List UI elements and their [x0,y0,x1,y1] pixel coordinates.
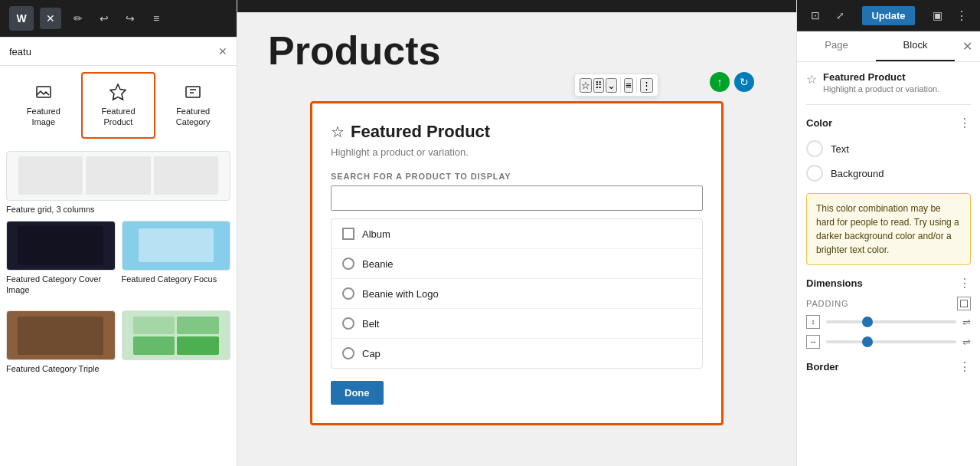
pattern-grid-3col-image [6,151,230,201]
padding-label: PADDING [806,299,848,308]
color-text-circle [806,140,823,157]
product-beanie[interactable]: Beanie [332,249,702,279]
pattern-cat-focus[interactable]: Featured Category Focus [122,221,231,296]
padding-slider-horizontal[interactable] [826,340,956,343]
external-link-icon[interactable]: ⤢ [829,5,851,26]
pattern-extra[interactable] [122,310,231,374]
border-more-icon[interactable]: ⋮ [959,359,971,374]
block-toolbar: ☆ ⠿ ⌄ ≡ ⋮ [574,74,658,97]
featured-product-block-icon [109,83,127,101]
pattern-cat-focus-image [122,221,231,271]
list-view-icon[interactable]: ≡ [145,8,167,29]
color-bg-option[interactable]: Background [806,161,971,185]
page-title: Products [253,28,781,74]
svg-rect-2 [186,87,200,97]
product-list: Album Beanie Beanie with Logo Belt Cap [331,218,703,369]
more-menu-icon[interactable]: ⋮ [951,5,972,26]
canvas-scroll: Products ☆ ⠿ ⌄ ≡ ⋮ ↑ ↻ ☆ Featured Produc… [237,12,796,466]
block-info-section: ☆ Featured Product Highlight a product o… [806,71,971,105]
dimensions-header: Dimensions ⋮ [806,276,971,290]
block-toolbar-more[interactable]: ⋮ [640,78,653,93]
product-beanie-logo[interactable]: Beanie with Logo [332,279,702,309]
dimensions-section: Dimensions ⋮ PADDING □ ↕ ⇌ ↔ ⇌ [806,276,971,349]
main-canvas: Products ☆ ⠿ ⌄ ≡ ⋮ ↑ ↻ ☆ Featured Produc… [237,0,796,466]
pattern-cat-cover[interactable]: Featured Category CoverImage [6,221,116,296]
sync-green-icon[interactable]: ↑ [710,72,730,92]
block-featured-product[interactable]: FeaturedProduct [81,72,156,139]
block-title-row: ☆ Featured Product [331,122,703,142]
color-bg-circle [806,165,823,182]
featured-product-block: ☆ Featured Product Highlight a product o… [310,101,724,425]
done-button[interactable]: Done [331,381,384,405]
product-cap[interactable]: Cap [332,339,702,368]
block-featured-product-label: FeaturedProduct [101,106,135,128]
tab-block[interactable]: Block [876,31,955,61]
radio-cap [342,347,354,359]
pattern-cat-focus-label: Featured Category Focus [122,274,231,284]
block-toolbar-align[interactable]: ≡ [624,78,633,93]
padding-slider-row-2: ↔ ⇌ [806,335,971,349]
right-top-bar: ⊡ ⤢ Update ▣ ⋮ [797,0,980,31]
pattern-wide[interactable]: Feature grid, 3 columns [0,148,237,218]
close-sidebar-button[interactable]: ✕ [955,31,980,61]
block-featured-image[interactable]: FeaturedImage [6,72,81,139]
dimensions-title: Dimensions [806,277,863,289]
undo-icon[interactable]: ↩ [93,8,115,29]
svg-rect-0 [37,87,51,97]
view-mode-icon[interactable]: ▣ [926,5,948,26]
search-label: SEARCH FOR A PRODUCT TO DISPLAY [331,172,703,181]
top-bar: W ✕ ✏ ↩ ↪ ≡ [0,0,237,38]
dimensions-more-icon[interactable]: ⋮ [959,276,971,290]
color-text-option[interactable]: Text [806,136,971,161]
search-clear-icon[interactable]: ✕ [218,45,227,57]
pencil-icon[interactable]: ✏ [67,8,89,29]
sync-icons: ↑ ↻ [710,72,754,92]
search-input[interactable] [9,46,212,57]
padding-icon-1: ↕ [806,315,820,329]
padding-slider-vertical[interactable] [826,320,956,323]
pattern-cat-triple[interactable]: Featured Category Triple [6,310,116,374]
patterns-two-col: Featured Category CoverImage Featured Ca… [0,218,237,390]
color-section-header: Color ⋮ [806,116,971,130]
product-album[interactable]: Album [332,219,702,249]
left-sidebar: W ✕ ✏ ↩ ↪ ≡ ✕ FeaturedImage FeaturedProd… [0,0,237,466]
block-panel-icon: ☆ [806,72,817,87]
tab-page[interactable]: Page [797,31,876,61]
pattern-extra-image [122,310,231,360]
pattern-cat-triple-image [6,310,116,360]
product-album-name: Album [362,228,390,240]
view-icon[interactable]: ⊡ [805,5,826,26]
product-belt[interactable]: Belt [332,309,702,339]
canvas-toolbar [237,0,796,12]
update-button[interactable]: Update [862,6,914,25]
block-toolbar-move[interactable]: ⠿ [593,78,604,93]
padding-box-icon[interactable]: □ [957,297,971,310]
featured-image-block-icon [34,83,53,101]
padding-adjust-2[interactable]: ⇌ [962,336,971,348]
block-featured-category[interactable]: FeaturedCategory [155,72,230,139]
close-button[interactable]: ✕ [40,8,61,29]
border-header: Border ⋮ [806,359,971,374]
redo-icon[interactable]: ↪ [119,8,141,29]
product-search-input[interactable] [331,185,703,211]
toolbar-divider-2 [636,77,637,93]
color-warning-box: This color combination may be hard for p… [806,193,971,265]
radio-beanie [342,258,354,270]
product-beanie-logo-name: Beanie with Logo [362,288,439,300]
color-section: Color ⋮ Text Background This color combi… [806,116,971,265]
padding-row-header: PADDING □ [806,297,971,310]
pattern-cat-cover-label: Featured Category CoverImage [6,274,116,296]
block-toolbar-star[interactable]: ☆ [580,78,592,93]
block-panel-name: Featured Product [823,71,939,83]
color-more-icon[interactable]: ⋮ [959,116,971,130]
block-info-text: Featured Product Highlight a product or … [823,71,939,94]
sync-teal-icon[interactable]: ↻ [734,72,754,92]
wp-logo[interactable]: W [9,6,34,31]
block-main-subtitle: Highlight a product or variation. [331,146,703,158]
padding-adjust-1[interactable]: ⇌ [962,317,971,328]
block-toolbar-chevron[interactable]: ⌄ [606,78,617,93]
border-title: Border [806,361,839,372]
warning-text: This color combination may be hard for p… [816,202,961,257]
radio-beanie-logo [342,287,354,300]
pattern-cat-cover-image [6,221,116,271]
